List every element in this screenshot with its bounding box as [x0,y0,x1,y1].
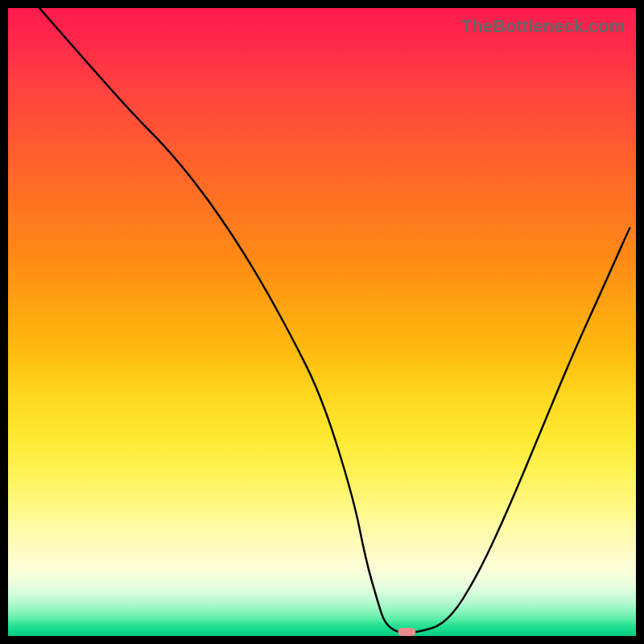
bottleneck-curve [39,8,630,633]
optimal-point-marker [398,628,415,636]
plot-area: TheBottleneck.com [8,8,636,636]
chart-container: TheBottleneck.com [0,0,644,644]
curve-svg [8,8,636,636]
